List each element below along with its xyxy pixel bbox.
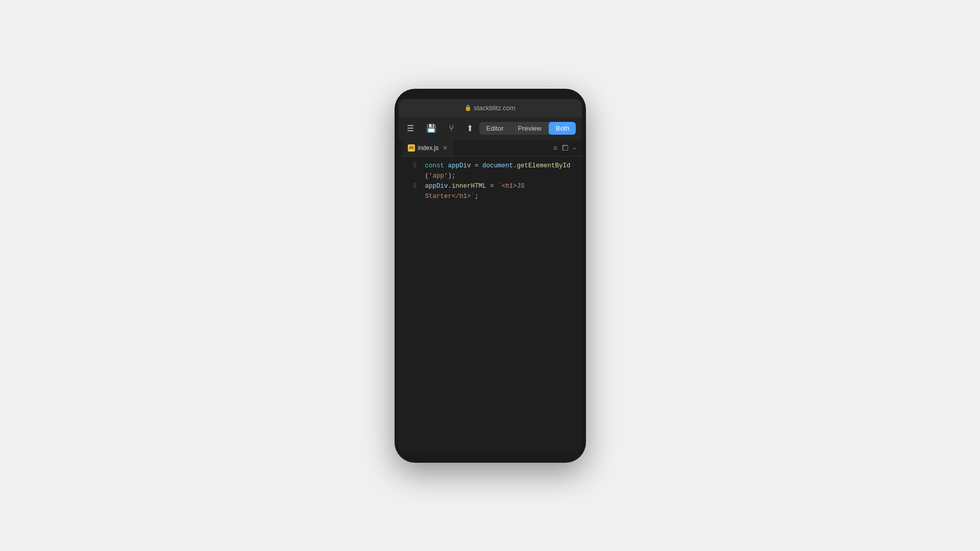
toolbar-left: ☰ 💾 ⑂ ⬆ <box>405 121 475 136</box>
file-name: index.js <box>418 144 439 152</box>
tab-actions: ≡ ⧠ ··· <box>553 144 578 152</box>
save-button[interactable]: 💾 <box>424 121 438 135</box>
share-icon: ⬆ <box>467 123 473 133</box>
close-tab-button[interactable]: ✕ <box>442 144 449 152</box>
code-line-6-cont: Starter</h1>`; <box>399 191 582 202</box>
url-text: stackblitz.com <box>474 104 516 112</box>
file-icon: JS <box>408 144 415 152</box>
editor-area[interactable]: 5 const appDiv = document.getElementById… <box>399 157 582 453</box>
code-line-6: 6 appDiv.innerHTML = `<h1>JS <box>399 181 582 191</box>
file-icon-text: JS <box>409 145 414 150</box>
both-view-button[interactable]: Both <box>549 122 576 135</box>
split-icon[interactable]: ⧠ <box>561 144 569 152</box>
view-toggle: Editor Preview Both <box>479 122 576 135</box>
fork-icon: ⑂ <box>449 123 454 134</box>
code-content-6-cont: Starter</h1>`; <box>425 191 479 202</box>
save-icon: 💾 <box>426 123 436 133</box>
editor-view-button[interactable]: Editor <box>479 122 511 135</box>
line-number-cont <box>405 191 417 192</box>
menu-icon: ☰ <box>407 123 414 133</box>
browser-titlebar: 🔒 stackblitz.com <box>399 99 582 117</box>
line-number-6: 6 <box>405 181 417 191</box>
file-tab[interactable]: JS index.js ✕ <box>403 140 454 156</box>
url-bar: 🔒 stackblitz.com <box>464 104 516 112</box>
wrap-icon[interactable]: ≡ <box>553 144 557 152</box>
lock-icon: 🔒 <box>464 105 472 111</box>
more-icon[interactable]: ··· <box>573 144 576 152</box>
phone-frame: 🔒 stackblitz.com ☰ 💾 ⑂ ⬆ E <box>395 89 586 463</box>
line-number-5: 5 <box>405 161 417 171</box>
code-line-5: 5 const appDiv = document.getElementById… <box>399 161 582 181</box>
fork-button[interactable]: ⑂ <box>447 121 456 136</box>
menu-button[interactable]: ☰ <box>405 121 416 135</box>
tab-bar: JS index.js ✕ ≡ ⧠ ··· <box>399 140 582 157</box>
code-content-5: const appDiv = document.getElementById('… <box>425 161 576 181</box>
code-content-6: appDiv.innerHTML = `<h1>JS <box>425 181 525 191</box>
share-button[interactable]: ⬆ <box>464 121 475 135</box>
preview-view-button[interactable]: Preview <box>510 122 548 135</box>
toolbar: ☰ 💾 ⑂ ⬆ Editor Preview Both <box>399 117 582 140</box>
browser-window: 🔒 stackblitz.com ☰ 💾 ⑂ ⬆ E <box>399 99 582 453</box>
